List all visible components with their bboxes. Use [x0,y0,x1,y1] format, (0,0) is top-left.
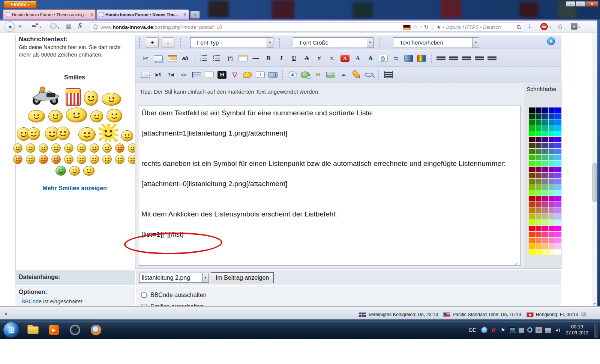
speech-bubble-icon[interactable] [243,72,252,78]
film-icon[interactable] [384,71,393,78]
color-swatch[interactable] [542,155,548,160]
forward-button[interactable]: ► [18,23,23,29]
smiley-thumbs-down[interactable] [28,110,45,122]
font-decrease-button[interactable]: - [162,37,174,48]
color-swatch[interactable] [549,155,555,160]
help-icon[interactable]: ? [547,37,555,45]
color-swatch[interactable] [555,238,561,243]
color-swatch[interactable] [542,243,548,249]
tray-circle-icon[interactable] [527,327,532,333]
color-swatch[interactable] [536,208,542,213]
smiley-cheer[interactable] [84,91,98,106]
search-icon[interactable] [364,73,374,77]
copy-icon[interactable] [154,55,163,61]
color-swatch[interactable] [549,196,555,201]
color-swatch[interactable] [549,226,555,231]
color-swatch[interactable] [542,143,548,148]
color-swatch[interactable] [555,249,561,255]
bookmarks-dropdown-icon[interactable]: ▾ [579,25,580,29]
color-swatch[interactable] [529,243,535,249]
color-swatch[interactable] [536,149,542,154]
gradient-rainbow-icon[interactable] [417,55,426,62]
color-swatch[interactable] [555,155,561,160]
color-swatch[interactable] [555,161,561,166]
info-page-icon[interactable]: i [256,72,265,78]
color-swatch[interactable] [555,208,561,213]
reload-icon[interactable]: ↻ [424,24,429,30]
show-desktop-button[interactable] [594,322,598,338]
color-swatch[interactable] [549,208,555,213]
color-swatch[interactable] [542,208,548,213]
color-swatch[interactable] [549,179,555,184]
tray-window-icon[interactable] [519,328,524,333]
smiley-mad[interactable] [115,143,124,153]
adblock-icon[interactable]: ABP [540,23,548,30]
color-swatch[interactable] [542,232,548,237]
start-button[interactable]: ⊞ [3,322,20,338]
color-swatch[interactable] [536,125,542,130]
color-swatch[interactable] [529,119,535,125]
url-bar[interactable]: www.honda-innova.de/posting.php?mode=pos… [90,22,431,32]
color-swatch[interactable] [542,220,548,225]
color-swatch[interactable] [555,149,561,154]
color-swatch[interactable] [536,173,542,178]
list-item-icon[interactable]: [*] [226,54,235,63]
firefox-taskbar-button[interactable] [88,322,104,338]
color-swatch[interactable] [529,179,535,184]
color-swatch[interactable] [536,107,542,113]
app-circle-button[interactable] [68,322,82,338]
color-swatch[interactable] [549,167,555,172]
compass-dropdown-icon[interactable]: ▾ [58,26,59,30]
color-swatch[interactable] [542,184,548,189]
color-swatch[interactable] [549,137,555,142]
new-tab-button[interactable]: + [190,11,200,19]
color-swatch[interactable] [549,149,555,154]
smiley-question[interactable] [90,155,99,164]
font-increase-button[interactable]: + [146,37,159,48]
water-drop-icon[interactable] [379,55,388,62]
smiley-shocked[interactable] [51,143,61,153]
text-highlight-select[interactable]: - Text hervorheben - ▼ [393,37,479,48]
color-swatch[interactable] [529,184,535,189]
smiley-shock-pair[interactable] [17,127,42,142]
color-swatch[interactable] [529,113,535,119]
email-attach-icon[interactable]: ✉ [314,70,322,79]
color-swatch[interactable] [549,202,555,207]
language-indicator[interactable]: DE [469,327,476,333]
underline-icon[interactable]: U [290,54,298,63]
color-swatch[interactable] [536,113,542,119]
color-swatch[interactable] [536,238,542,243]
color-swatch[interactable] [549,238,555,243]
link-globe-icon[interactable] [301,72,310,78]
color-swatch[interactable] [536,167,542,172]
superscript-icon[interactable]: x² [315,54,324,63]
tab-close-icon[interactable]: × [184,12,186,17]
color-swatch[interactable] [536,131,542,136]
search-input[interactable] [446,24,515,30]
attachment-file-select[interactable]: listanleitung 2.png ▼ [139,273,209,283]
font-color-icon[interactable]: A [340,55,350,62]
color-swatch[interactable] [555,107,561,113]
map-marker-icon[interactable] [351,70,361,79]
smiley-big-grin[interactable] [121,130,133,142]
justify-icon[interactable] [436,56,446,61]
color-swatch[interactable] [536,202,542,207]
warning-icon[interactable]: ▽ [230,70,239,79]
color-swatch[interactable] [555,202,561,207]
smiley-laugh-sweat[interactable] [78,127,96,142]
smiley-tongue[interactable] [90,110,103,122]
smiley-moose-tongue[interactable] [66,107,87,122]
timezone-us[interactable]: Pacific Standard Time: Do, 15:13 [443,312,521,317]
color-swatch[interactable] [549,107,555,113]
back-button[interactable]: ◄ [4,21,15,32]
white-square-icon[interactable] [205,72,214,78]
url-dropdown-icon[interactable]: ▾ [420,25,422,29]
color-swatch[interactable] [536,226,542,231]
bold-icon[interactable]: B [264,54,273,63]
maximize-button[interactable]: □ [576,1,586,7]
color-swatch[interactable] [555,184,561,189]
download-icon[interactable]: ↓ [528,22,532,30]
url-text[interactable]: www.honda-innova.de/posting.php?mode=pos… [100,24,401,30]
color-swatch[interactable] [555,214,561,219]
smiley-smile[interactable] [13,143,22,153]
